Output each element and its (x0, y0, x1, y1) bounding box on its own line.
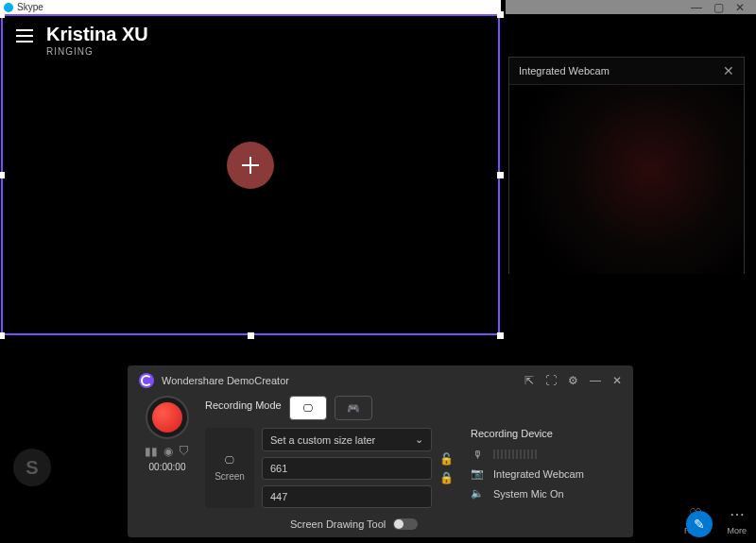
webcam-title: Integrated Webcam (519, 65, 610, 76)
democreator-header: Wondershare DemoCreator ⇱ ⛶ ⚙ — ✕ (139, 373, 622, 388)
pencil-icon: ✎ (694, 517, 705, 532)
skype-call-window: Kristina XU RINGING (3, 16, 498, 333)
move-region-handle[interactable] (227, 142, 274, 189)
webcam-preview-panel[interactable]: Integrated Webcam ✕ (508, 57, 745, 274)
recording-device-label: Recording Device (471, 428, 622, 439)
caller-status: RINGING (46, 46, 94, 57)
width-input[interactable]: 661 (262, 457, 432, 480)
menu-icon[interactable] (16, 29, 33, 42)
screen-monitor-icon: 🖵 (225, 455, 234, 466)
maximize-button[interactable]: ▢ (713, 1, 724, 14)
drawing-tool-toggle[interactable] (393, 518, 418, 530)
height-input[interactable]: 447 (262, 485, 432, 508)
width-value: 661 (270, 463, 287, 474)
audio-device-name: System Mic On (493, 488, 564, 500)
expand-button[interactable]: ⛶ (545, 374, 557, 387)
speaker-icon[interactable]: 🔈 (471, 487, 484, 500)
more-dots-icon: ⋯ (730, 505, 745, 523)
resize-handle-se[interactable] (497, 332, 504, 339)
size-select[interactable]: Set a custom size later ⌄ (262, 428, 432, 451)
webcam-feed (509, 85, 744, 274)
record-timer: 00:00:00 (149, 462, 186, 472)
recording-mode-label: Recording Mode (205, 399, 282, 411)
democreator-title: Wondershare DemoCreator (162, 375, 289, 386)
record-indicator-icon (152, 402, 182, 433)
camera-device-name: Integrated Webcam (493, 468, 584, 480)
screen-source-label: Screen (215, 471, 245, 482)
window-chrome: — ▢ ✕ (506, 0, 756, 14)
resize-handle-sw[interactable] (0, 332, 5, 339)
resize-handle-nw[interactable] (0, 11, 5, 18)
resize-handle-s[interactable] (248, 332, 254, 339)
chevron-down-icon: ⌄ (415, 433, 423, 446)
democreator-logo-icon (139, 373, 154, 388)
mode-game-button[interactable]: 🎮 (335, 396, 372, 420)
minimize-button[interactable]: — (691, 1, 702, 14)
shield-button[interactable]: ⛉ (179, 445, 190, 458)
mode-screen-button[interactable]: 🖵 (289, 396, 327, 420)
pip-button[interactable]: ⇱ (524, 374, 534, 387)
skype-dock-icon[interactable]: S (13, 449, 51, 486)
webcam-close-button[interactable]: ✕ (723, 63, 734, 78)
move-arrows-icon (241, 156, 260, 175)
close-button[interactable]: ✕ (735, 1, 745, 14)
gamepad-icon: 🎮 (347, 402, 360, 415)
edit-fab-button[interactable]: ✎ (686, 511, 713, 537)
size-select-value: Set a custom size later (270, 434, 375, 446)
lock-icon[interactable]: 🔒 (439, 471, 454, 484)
panel-close-button[interactable]: ✕ (612, 374, 622, 387)
unlock-icon[interactable]: 🔓 (439, 452, 454, 466)
target-button[interactable]: ◉ (163, 445, 173, 458)
drawing-tool-label: Screen Drawing Tool (290, 518, 386, 530)
resize-handle-e[interactable] (497, 172, 504, 178)
more-button[interactable]: ⋯ More (727, 505, 747, 535)
resize-handle-w[interactable] (0, 172, 5, 178)
height-value: 447 (270, 491, 287, 502)
panel-minimize-button[interactable]: — (590, 374, 601, 387)
skype-icon (4, 3, 13, 12)
pause-button[interactable]: ▮▮ (145, 445, 158, 458)
camera-icon[interactable]: 📷 (471, 467, 484, 480)
democreator-panel[interactable]: Wondershare DemoCreator ⇱ ⛶ ⚙ — ✕ ▮▮ ◉ ⛉… (128, 365, 633, 537)
mic-icon[interactable]: 🎙 (471, 449, 484, 460)
mic-level-meter (493, 450, 537, 459)
settings-button[interactable]: ⚙ (568, 374, 578, 387)
record-button[interactable] (146, 396, 189, 439)
resize-handle-ne[interactable] (497, 11, 504, 18)
webcam-header: Integrated Webcam ✕ (509, 58, 744, 85)
resize-handle-n[interactable] (248, 0, 254, 7)
caller-name: Kristina XU (46, 24, 148, 45)
monitor-icon: 🖵 (302, 402, 313, 414)
skype-title: Skype (17, 2, 43, 12)
more-label: More (727, 526, 747, 535)
screen-source-button[interactable]: 🖵 Screen (205, 428, 254, 508)
